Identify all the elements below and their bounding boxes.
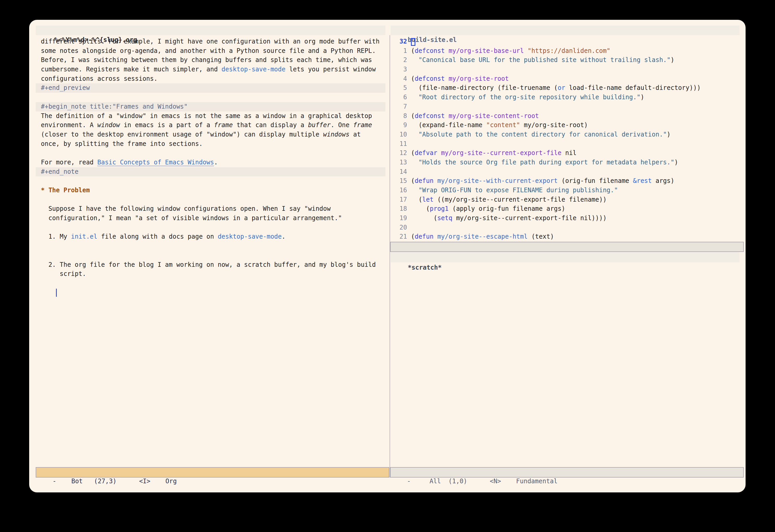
text-segment: ( — [411, 205, 430, 212]
code-line[interactable]: 3 — [391, 65, 740, 74]
text-segment: environment. A — [41, 121, 97, 129]
org-line[interactable]: 2. The org file for the blog I am workin… — [36, 260, 385, 270]
text-segment: ( — [411, 149, 415, 156]
code-line[interactable]: 7 — [391, 102, 740, 111]
org-line[interactable] — [36, 223, 385, 232]
text-segment — [411, 93, 419, 101]
text-segment: ( — [411, 112, 415, 120]
code-line[interactable]: 5 (file-name-directory (file-truename (o… — [391, 83, 740, 93]
org-line[interactable]: (closer to the desktop environment usage… — [36, 130, 385, 139]
scratch-header-line: *scratch* — [391, 252, 740, 262]
elisp-modeline[interactable]: - 6% (32,0) <N> Git-main Elisp/l — [390, 242, 744, 252]
text-segment: (apply orig-fun filename args) — [449, 205, 565, 212]
org-line[interactable]: different splits. For example, I might h… — [36, 37, 385, 46]
org-line[interactable]: cumbersome. Registers make it much simpl… — [36, 65, 385, 74]
org-line[interactable]: 1. My init.el file along with a docs pag… — [36, 232, 385, 241]
org-line[interactable] — [36, 279, 385, 288]
code-line[interactable]: 21(defun my/org-site--escape-html (text) — [391, 232, 740, 241]
org-line[interactable] — [36, 93, 385, 102]
code-text: (setq my/org-site--current-export-file n… — [411, 214, 607, 222]
text-segment: init.el — [71, 233, 97, 240]
text-cursor — [56, 289, 57, 297]
org-line[interactable]: #+end_note — [36, 167, 385, 177]
org-line[interactable]: * The Problem — [36, 186, 385, 195]
org-buffer-text[interactable]: different splits. For example, I might h… — [36, 37, 385, 297]
org-line[interactable] — [36, 251, 385, 260]
org-line[interactable]: #+begin_note title:"Frames and Windows" — [36, 102, 385, 111]
text-segment: once, by splitting the frame into sectio… — [41, 140, 203, 147]
text-segment — [445, 112, 449, 120]
text-segment: . — [282, 233, 285, 240]
org-line[interactable]: For more, read Basic Concepts of Emacs W… — [36, 158, 385, 167]
text-segment: desktop-save-mode — [218, 233, 282, 240]
org-modeline[interactable]: - Bot (27,3) <I> Org — [36, 467, 389, 478]
code-text: (defun my/org-site--with-current-export … — [411, 177, 674, 184]
org-line[interactable]: Before, I was switching between them by … — [36, 55, 385, 65]
code-line[interactable]: 6 "Root directory of the org-site reposi… — [391, 93, 740, 102]
org-line[interactable]: Suppose I have the following window conf… — [36, 204, 385, 213]
text-segment: (closer to the desktop environment usage… — [41, 131, 323, 138]
line-number: 20 — [391, 223, 407, 232]
org-line[interactable] — [36, 195, 385, 204]
code-line[interactable]: 18 (prog1 (apply orig-fun filename args) — [391, 204, 740, 213]
window-divider[interactable] — [390, 35, 390, 478]
text-segment: ( — [411, 214, 437, 222]
org-line[interactable] — [36, 288, 385, 298]
text-segment: . One — [331, 121, 353, 129]
code-line[interactable]: 4(defconst my/org-site-root — [391, 74, 740, 84]
code-line[interactable]: 16 "Wrap ORIG-FUN to expose FILENAME dur… — [391, 186, 740, 195]
text-segment: at — [349, 131, 361, 138]
text-segment: Basic Concepts of Emacs Windows — [97, 159, 214, 166]
text-segment: my/org-site-content-root — [449, 112, 539, 120]
elisp-buffer-text[interactable]: 321(defconst my/org-site-base-url "https… — [391, 37, 740, 241]
code-line[interactable]: 11 — [391, 139, 740, 149]
text-segment: window — [97, 121, 120, 129]
text-segment: different splits. For example, I might h… — [41, 38, 379, 45]
scratch-buffer[interactable] — [391, 262, 740, 467]
text-segment: setq — [437, 214, 452, 222]
text-segment: file along with a docs page on — [97, 233, 218, 240]
text-segment: 2. The org file for the blog I am workin… — [41, 261, 376, 269]
code-line[interactable]: 20 — [391, 223, 740, 232]
org-line[interactable]: #+end_preview — [36, 83, 385, 93]
org-line[interactable]: environment. A window in emacs is a part… — [36, 121, 385, 130]
text-segment: or — [558, 84, 565, 91]
line-number: 8 — [391, 111, 407, 121]
line-number: 13 — [391, 158, 407, 167]
scratch-modeline[interactable]: - All (1,0) <N> Fundamental — [390, 467, 744, 478]
org-line[interactable]: configurations across sessions. — [36, 74, 385, 84]
org-line[interactable]: some notes alongside org-agenda, and ano… — [36, 46, 385, 56]
code-line[interactable]: 17 (let ((my/org-site--current-export-fi… — [391, 195, 740, 204]
text-segment: prog1 — [430, 205, 449, 212]
org-line[interactable] — [36, 176, 385, 186]
org-line[interactable]: The definition of a "window" in emacs is… — [36, 111, 385, 121]
echo-area[interactable] — [36, 478, 739, 491]
code-line[interactable]: 14 — [391, 167, 740, 177]
org-line[interactable] — [36, 241, 385, 251]
org-line[interactable]: configuration," I mean "a set of visible… — [36, 213, 385, 223]
text-segment: my/org-site--with-current-export — [437, 177, 558, 184]
text-segment: ( — [411, 177, 415, 184]
code-text: "Root directory of the org-site reposito… — [411, 93, 644, 101]
code-line[interactable]: 12(defvar my/org-site--current-export-fi… — [391, 148, 740, 158]
code-line[interactable]: 13 "Holds the source Org file path durin… — [391, 158, 740, 167]
code-line[interactable]: 2 "Canonical base URL for the published … — [391, 55, 740, 65]
code-line[interactable]: 19 (setq my/org-site--current-export-fil… — [391, 213, 740, 223]
code-line[interactable]: 8(defconst my/org-site-content-root — [391, 111, 740, 121]
org-header-line: %<%Y%m%d>-%^{slug}.org — [36, 26, 385, 35]
text-segment — [445, 75, 449, 82]
text-segment: let — [422, 196, 433, 203]
text-segment: my/org-site-base-url — [449, 47, 524, 54]
code-line[interactable]: 10 "Absolute path to the content directo… — [391, 130, 740, 139]
org-line[interactable]: script. — [36, 270, 385, 279]
code-line[interactable]: 1(defconst my/org-site-base-url "https:/… — [391, 46, 740, 56]
org-line[interactable]: once, by splitting the frame into sectio… — [36, 139, 385, 149]
org-line[interactable] — [36, 148, 385, 158]
text-segment: ( — [411, 75, 415, 82]
text-segment: "content" — [486, 121, 520, 129]
code-line[interactable]: 15(defun my/org-site--with-current-expor… — [391, 176, 740, 186]
code-line[interactable]: 9 (expand-file-name "content" my/org-sit… — [391, 121, 740, 130]
text-segment — [524, 47, 527, 54]
text-segment: script. — [41, 270, 86, 278]
code-line[interactable]: 32 — [391, 37, 740, 46]
